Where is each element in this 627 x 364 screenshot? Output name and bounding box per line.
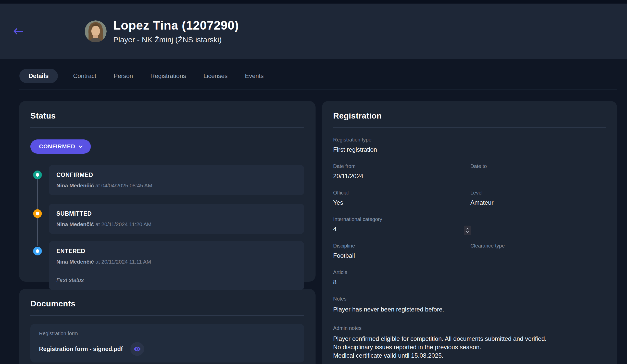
status-dot-entered [33,247,42,255]
field-value: Player confirmed eligible for competitio… [333,334,606,360]
field-value: 20/11/2024 [333,173,470,181]
timeline-entry-user: Nina Medenčić [56,259,94,265]
field-label: Notes [333,296,606,302]
field-value: Player has never been registered before. [333,305,606,314]
page-subtitle: Player - NK Žminj (ŽNS istarski) [113,35,239,44]
tab-person[interactable]: Person [111,69,135,83]
field-clearance-type: Clearance type [470,243,606,260]
avatar [85,20,107,42]
timeline-item-confirmed: CONFIRMED Nina Medenčić at 04/04/2025 08… [30,165,304,195]
timeline-entry-datetime: at 20/11/2024 11:11 AM [94,259,151,265]
documents-card: Documents Registration form Registration… [19,289,316,364]
left-arrow-icon [13,28,23,35]
tabs-divider [19,89,617,89]
registration-card-title: Registration [333,111,606,121]
back-button[interactable] [11,24,26,38]
timeline-entry-title: ENTERED [56,248,297,255]
field-label: Article [333,269,606,275]
field-value: 4 [333,226,470,234]
timeline-entry-datetime: at 04/04/2025 08:45 AM [94,183,152,188]
timeline-entry: ENTERED Nina Medenčić at 20/11/2024 11:1… [49,241,304,290]
field-label: Official [333,190,470,196]
field-label: Registration type [333,137,606,143]
timeline-entry-title: SUBMITTED [56,210,297,217]
field-notes: Notes Player has never been registered b… [333,296,606,314]
number-stepper[interactable] [464,226,471,235]
field-label: Level [470,190,606,196]
status-dot-confirmed [33,171,42,179]
timeline-entry-meta: Nina Medenčić at 20/11/2024 11:20 AM [56,221,297,227]
timeline-entry-datetime: at 20/11/2024 11:20 AM [94,221,152,227]
document-filename: Registration form - signed.pdf [39,346,123,353]
field-article: Article 8 [333,269,606,287]
status-dropdown-label: CONFIRMED [39,143,75,150]
field-value: First registration [333,146,606,154]
document-item-registration-form: Registration form Registration form - si… [30,324,304,362]
field-label: Admin notes [333,325,606,331]
timeline-entry-note: First status [56,277,297,283]
field-empty [470,216,606,234]
field-official: Official Yes [333,190,470,207]
chevron-down-icon [79,144,83,148]
document-label: Registration form [39,331,296,336]
divider [333,127,606,128]
field-value [470,173,606,181]
field-registration-type: Registration type First registration [333,137,606,154]
tab-contract[interactable]: Contract [71,69,98,83]
eye-icon [133,345,141,353]
field-international-category: International category 4 [333,216,470,234]
timeline-entry: CONFIRMED Nina Medenčić at 04/04/2025 08… [49,165,304,195]
tab-licenses[interactable]: Licenses [202,69,230,83]
chevron-down-icon [466,230,469,233]
field-date-from: Date from 20/11/2024 [333,163,470,181]
field-admin-notes: Admin notes Player confirmed eligible fo… [333,325,606,360]
tab-events[interactable]: Events [243,69,266,83]
field-label: Date to [470,163,606,169]
status-dot-submitted [33,209,42,218]
timeline-entry-meta: Nina Medenčić at 04/04/2025 08:45 AM [56,183,297,189]
tab-bar: Details Contract Person Registrations Li… [19,69,627,83]
divider [56,271,297,271]
field-value: Yes [333,199,470,207]
page-header: Lopez Tina (1207290) Player - NK Žminj (… [0,4,627,59]
field-value [470,252,606,260]
field-level: Level Amateur [470,190,606,207]
timeline-item-submitted: SUBMITTED Nina Medenčić at 20/11/2024 11… [30,204,304,234]
status-card-title: Status [30,111,304,121]
status-card: Status CONFIRMED CONFIRMED Nina Medenčić… [19,101,316,282]
timeline-item-entered: ENTERED Nina Medenčić at 20/11/2024 11:1… [30,241,304,290]
avatar-photo [85,20,107,42]
field-value: Football [333,252,470,260]
timeline-entry: SUBMITTED Nina Medenčić at 20/11/2024 11… [49,204,304,234]
page-title: Lopez Tina (1207290) [113,18,239,32]
top-strip [0,0,627,4]
documents-card-title: Documents [30,299,304,308]
status-dropdown-button[interactable]: CONFIRMED [30,139,91,154]
field-value: Amateur [470,199,606,207]
tab-details[interactable]: Details [19,69,58,83]
timeline-entry-user: Nina Medenčić [56,221,94,227]
field-label: Clearance type [470,243,606,249]
status-timeline: CONFIRMED Nina Medenčić at 04/04/2025 08… [30,165,304,290]
field-date-to: Date to [470,163,606,181]
field-label: Date from [333,163,470,169]
field-label: International category [333,216,470,222]
divider [30,127,304,128]
registration-card: Registration Registration type First reg… [322,101,617,364]
main-content: Details Contract Person Registrations Li… [0,59,627,364]
timeline-entry-title: CONFIRMED [56,172,297,178]
view-document-button[interactable] [130,342,144,356]
timeline-entry-user: Nina Medenčić [56,183,94,188]
field-discipline: Discipline Football [333,243,470,260]
timeline-entry-meta: Nina Medenčić at 20/11/2024 11:11 AM [56,259,297,265]
field-label: Discipline [333,243,470,249]
divider [30,315,304,316]
tab-registrations[interactable]: Registrations [148,69,188,83]
field-value: 8 [333,279,606,287]
